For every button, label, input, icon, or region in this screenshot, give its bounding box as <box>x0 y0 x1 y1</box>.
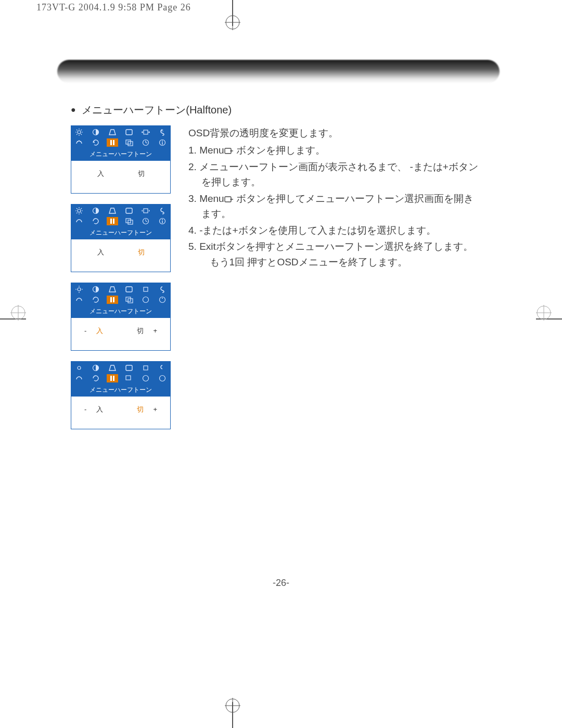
svg-line-18 <box>81 134 82 135</box>
brightness-icon <box>73 207 85 215</box>
svg-rect-33 <box>113 140 114 145</box>
width-icon <box>140 207 151 215</box>
file-header: 173VT-G 2004.1.9 9:58 PM Page 26 <box>36 2 191 13</box>
trapezoid-icon <box>107 207 118 215</box>
osd-option-off: 切 <box>129 169 153 178</box>
svg-line-17 <box>76 130 78 131</box>
clock-icon <box>140 374 151 382</box>
brightness-icon <box>73 128 85 136</box>
svg-rect-77 <box>113 297 114 302</box>
halftone-icon <box>107 374 118 382</box>
svg-rect-74 <box>126 287 132 292</box>
osd-header: K <box>71 126 170 149</box>
degauss-icon <box>157 207 168 215</box>
section-title-text: メニューハーフトーン(Halftone) <box>82 104 232 116</box>
rect-icon <box>123 128 135 136</box>
brightness-icon <box>73 285 85 293</box>
instruction-step: 2. メニューハーフトーン画面が表示されるまで、 -または+ボタンを押します。 <box>188 159 480 190</box>
clock-icon <box>140 217 151 225</box>
osd-menu-label: メニューハーフトーン <box>71 227 170 239</box>
svg-point-12 <box>78 131 81 134</box>
svg-marker-56 <box>149 210 150 212</box>
degauss-icon <box>157 285 168 293</box>
svg-line-19 <box>76 134 78 135</box>
svg-point-66 <box>162 219 163 220</box>
info-icon <box>157 217 168 225</box>
crop-mark-circle-bottom <box>225 698 240 713</box>
refresh-icon <box>90 296 101 304</box>
color-icon <box>73 374 85 382</box>
width-icon <box>140 285 151 293</box>
clock-icon <box>140 296 151 304</box>
svg-point-92 <box>160 376 165 381</box>
halftone-icon <box>107 217 118 225</box>
crop-mark-circle-right <box>536 305 552 321</box>
osd-header <box>71 205 170 227</box>
trapezoid-icon <box>107 364 118 372</box>
svg-point-29 <box>79 141 80 142</box>
svg-marker-73 <box>109 287 116 292</box>
instruction-step: 1. Menu ボタンを押します。 <box>188 143 480 158</box>
osd-body: 入 切 <box>71 239 170 272</box>
color-icon <box>73 296 85 304</box>
halftone-icon <box>107 296 118 304</box>
svg-rect-57 <box>110 219 112 224</box>
svg-rect-86 <box>126 365 132 371</box>
width-icon <box>140 128 151 136</box>
svg-marker-55 <box>142 210 143 212</box>
svg-point-80 <box>143 297 149 303</box>
position-icon <box>123 138 135 147</box>
color-icon <box>73 217 85 225</box>
halftone-icon <box>107 138 118 147</box>
page-number: -26- <box>0 578 562 589</box>
svg-line-48 <box>81 213 82 214</box>
rect-icon <box>123 364 135 372</box>
width-icon <box>140 364 151 372</box>
osd-header <box>71 283 170 306</box>
svg-rect-54 <box>144 209 148 213</box>
brightness-icon <box>73 364 85 372</box>
osd-option-off: 切 <box>128 405 152 414</box>
osd-body: -入 切+ <box>71 318 170 350</box>
rect-icon <box>123 285 135 293</box>
svg-rect-88 <box>110 376 112 381</box>
degauss-icon <box>157 364 168 372</box>
svg-text:K: K <box>161 129 163 132</box>
trapezoid-icon <box>107 128 118 136</box>
header-gradient-bar <box>57 60 500 83</box>
contrast-icon <box>90 285 101 293</box>
osd-option-on: 入 <box>88 248 112 257</box>
osd-option-on: 入 <box>88 169 112 178</box>
svg-line-63 <box>146 221 147 222</box>
instructions-intro: OSD背景の透明度を変更します。 <box>188 125 480 141</box>
svg-rect-32 <box>110 140 112 145</box>
osd-option-on: 入 <box>87 326 111 336</box>
osd-option-off: 切 <box>128 326 152 336</box>
osd-option-on: 入 <box>87 405 111 414</box>
instruction-step: 5. Exitボタンを押すとメニューハーフトーン選択を終了します。 もう1回 押… <box>188 239 480 270</box>
instructions: OSD背景の透明度を変更します。 1. Menu ボタンを押します。 2. メニ… <box>188 125 480 271</box>
svg-rect-89 <box>113 376 114 381</box>
menu-enter-icon <box>224 148 234 156</box>
osd-header <box>71 362 170 385</box>
contrast-icon <box>90 364 101 372</box>
svg-marker-85 <box>109 365 116 371</box>
position-icon <box>123 374 135 382</box>
osd-panel: メニューハーフトーン -入 切+ <box>71 361 171 429</box>
svg-line-50 <box>81 208 82 209</box>
svg-rect-53 <box>126 208 132 213</box>
svg-rect-23 <box>126 130 132 135</box>
svg-point-42 <box>78 209 81 212</box>
instruction-step: 3. Menu ボタンを押してメニューハーフトーン選択画面を開きます。 <box>188 191 480 222</box>
svg-point-83 <box>78 366 81 369</box>
contrast-icon <box>90 207 101 215</box>
degauss-icon: K <box>157 128 168 136</box>
osd-body: -入 切+ <box>71 397 170 429</box>
section-bullet: ● <box>71 105 76 114</box>
svg-marker-52 <box>109 208 116 213</box>
clock-icon <box>140 138 151 147</box>
section-title: ● メニューハーフトーン(Halftone) <box>71 103 480 117</box>
svg-rect-58 <box>113 219 114 224</box>
color-icon <box>73 138 85 147</box>
osd-panel: メニューハーフトーン 入 切 <box>71 204 171 272</box>
